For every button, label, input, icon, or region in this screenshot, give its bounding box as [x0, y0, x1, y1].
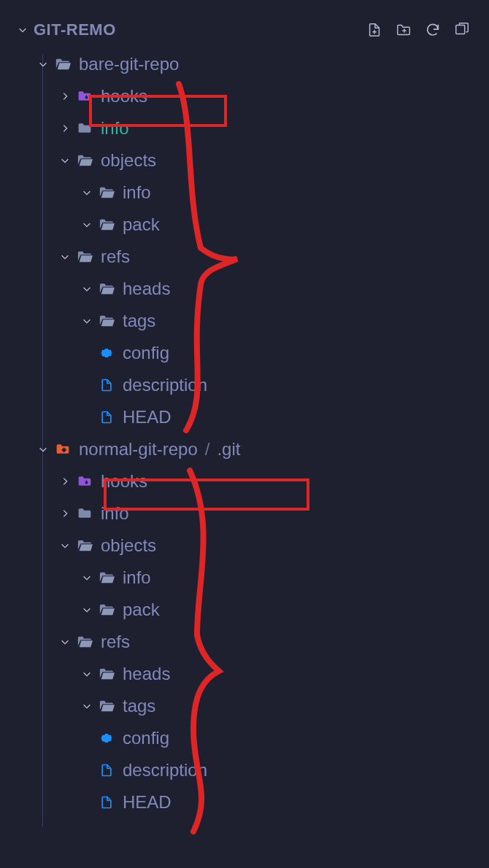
chevron-down-icon [80, 186, 93, 199]
folder-label-git: .git [217, 439, 240, 460]
folder-info-2[interactable]: info [12, 497, 477, 530]
folder-label: tags [123, 696, 155, 716]
folder-objects-info-2[interactable]: info [12, 562, 477, 594]
chevron-down-icon [80, 218, 93, 231]
folder-open-icon [98, 697, 115, 715]
chevron-down-icon [36, 58, 50, 71]
file-label: HEAD [123, 792, 172, 813]
chevron-right-icon [58, 475, 72, 488]
chevron-down-icon [58, 539, 72, 552]
svg-point-3 [85, 481, 88, 484]
folder-open-icon [98, 280, 115, 298]
file-description[interactable]: description [12, 369, 477, 401]
file-icon [98, 408, 115, 426]
folder-open-icon [54, 55, 72, 73]
file-icon [98, 762, 115, 779]
folder-label: info [123, 182, 151, 203]
folder-open-icon [98, 184, 115, 201]
chevron-down-icon [80, 314, 93, 328]
chevron-right-icon [58, 90, 72, 103]
folder-label: normal-git-repo [79, 439, 198, 460]
file-icon [98, 794, 115, 811]
gear-icon [98, 344, 115, 362]
folder-refs-tags[interactable]: tags [12, 305, 477, 337]
folder-hooks[interactable]: hooks [12, 80, 477, 112]
file-label: config [123, 343, 169, 363]
folder-normal-git-repo[interactable]: normal-git-repo / .git [12, 433, 477, 465]
folder-label: refs [101, 632, 130, 652]
folder-label: hooks [101, 471, 147, 492]
folder-hooks-icon [76, 473, 93, 490]
new-file-icon[interactable] [366, 22, 382, 38]
folder-objects-info[interactable]: info [12, 177, 477, 209]
folder-label: info [101, 503, 129, 524]
folder-refs-2[interactable]: refs [12, 626, 477, 658]
folder-objects[interactable]: objects [12, 144, 477, 177]
folder-bare-git-repo[interactable]: bare-git-repo [12, 48, 477, 80]
folder-label: objects [101, 150, 156, 171]
refresh-icon[interactable] [425, 22, 441, 38]
folder-label: bare-git-repo [79, 54, 179, 74]
folder-label: objects [101, 535, 156, 556]
file-label: description [123, 375, 207, 395]
file-description-2[interactable]: description [12, 754, 477, 786]
chevron-down-icon [80, 603, 93, 616]
folder-open-icon [76, 152, 93, 169]
chevron-down-icon [16, 23, 29, 36]
folder-objects-pack[interactable]: pack [12, 209, 477, 241]
path-separator: / [205, 439, 210, 460]
folder-label: info [123, 567, 151, 588]
chevron-down-icon [58, 635, 72, 648]
new-folder-icon[interactable] [396, 22, 412, 38]
folder-refs-heads[interactable]: heads [12, 273, 477, 305]
folder-info[interactable]: info [12, 112, 477, 144]
folder-label: hooks [101, 86, 147, 106]
file-head-2[interactable]: HEAD [12, 786, 477, 818]
svg-point-1 [85, 96, 88, 99]
chevron-right-icon [58, 507, 72, 520]
folder-git-icon [54, 441, 72, 458]
folder-label: heads [123, 664, 170, 684]
folder-open-icon [76, 633, 93, 651]
folder-label: pack [123, 214, 160, 235]
chevron-down-icon [80, 700, 93, 713]
folder-objects-2[interactable]: objects [12, 530, 477, 562]
folder-hooks-2[interactable]: hooks [12, 465, 477, 497]
header-left[interactable]: GIT-REMO [16, 20, 116, 39]
svg-rect-0 [456, 26, 465, 34]
file-tree: bare-git-repo hooks info objects info pa… [12, 45, 477, 818]
file-config-2[interactable]: config [12, 722, 477, 754]
gear-icon [98, 729, 115, 747]
folder-refs-heads-2[interactable]: heads [12, 658, 477, 690]
folder-objects-pack-2[interactable]: pack [12, 594, 477, 626]
chevron-down-icon [80, 667, 93, 681]
folder-label: refs [101, 247, 130, 267]
folder-refs-tags-2[interactable]: tags [12, 690, 477, 722]
folder-label: pack [123, 600, 160, 620]
folder-refs[interactable]: refs [12, 241, 477, 273]
explorer-header: GIT-REMO [12, 15, 477, 45]
chevron-down-icon [80, 282, 93, 295]
folder-icon [76, 505, 93, 522]
chevron-down-icon [58, 154, 72, 167]
file-head[interactable]: HEAD [12, 401, 477, 433]
folder-open-icon [98, 216, 115, 233]
header-actions [366, 22, 470, 38]
folder-hooks-icon [76, 88, 93, 105]
workspace-title: GIT-REMO [34, 20, 116, 39]
file-label: config [123, 728, 169, 748]
chevron-right-icon [58, 122, 72, 135]
folder-open-icon [98, 665, 115, 683]
folder-label: tags [123, 311, 155, 331]
folder-open-icon [98, 312, 115, 330]
file-label: HEAD [123, 407, 172, 427]
file-config[interactable]: config [12, 337, 477, 369]
folder-label: heads [123, 279, 170, 299]
folder-open-icon [76, 537, 93, 554]
collapse-icon[interactable] [454, 22, 470, 38]
file-icon [98, 376, 115, 394]
chevron-down-icon [58, 250, 72, 263]
chevron-down-icon [80, 571, 93, 584]
folder-open-icon [76, 248, 93, 266]
folder-label: info [101, 118, 129, 139]
